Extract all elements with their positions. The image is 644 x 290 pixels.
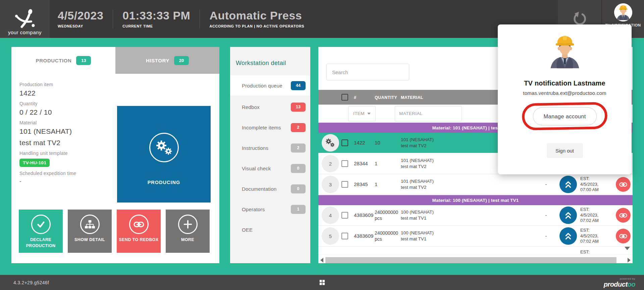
row-est-date: 4/5/2023, xyxy=(580,233,614,239)
scroll-down-arrow[interactable] xyxy=(625,247,630,250)
row-material-name: test mat TV1 xyxy=(401,236,536,242)
row-item-number: 28345 xyxy=(354,181,368,187)
powered-by-text: powered by xyxy=(604,278,635,280)
priority-up-button[interactable] xyxy=(559,227,577,245)
menu-item-oee[interactable]: OEE xyxy=(230,221,310,239)
plus-icon xyxy=(178,215,198,234)
row-checkbox[interactable] xyxy=(341,212,348,219)
row-quantity: 1 xyxy=(375,181,377,187)
row-est-label: EST: xyxy=(580,176,614,182)
account-name: TV notification Lastname xyxy=(524,79,605,87)
item-filter-dropdown[interactable]: ITEM xyxy=(348,106,376,121)
double-chevron-up-icon xyxy=(563,210,573,220)
search-input[interactable] xyxy=(327,69,409,75)
tab-production-count: 13 xyxy=(76,56,91,65)
row-checkbox[interactable] xyxy=(341,160,348,167)
producing-gears-icon xyxy=(149,133,179,162)
row-quantity-unit: pcs xyxy=(375,236,401,242)
tab-production[interactable]: PRODUCTION 13 xyxy=(11,47,115,74)
menu-item-documentation[interactable]: Documentation 0 xyxy=(230,180,310,198)
account-popup: TV notification Lastname tomas.ventruba.… xyxy=(498,24,632,174)
production-card: PRODUCTION 13 HISTORY 20 Production item… xyxy=(11,47,219,263)
grid-layout-icon[interactable] xyxy=(319,280,325,285)
menu-item-production-queue[interactable]: Production queue 44 xyxy=(230,75,310,96)
chevron-down-icon xyxy=(367,113,371,115)
horizontal-scrollbar[interactable] xyxy=(320,257,631,264)
row-item-number: 4383609 xyxy=(354,212,373,218)
row-checkbox[interactable] xyxy=(341,233,348,239)
row-item-number: 28344 xyxy=(354,161,368,166)
row-est-label: EST: xyxy=(580,228,614,233)
scroll-right-arrow[interactable] xyxy=(628,258,631,263)
send-to-redbox-row-button[interactable] xyxy=(616,177,631,192)
workstation-status-label: ACCORDING TO PLAN | NO ACTIVE OPERATORS xyxy=(209,24,304,28)
menu-item-operators[interactable]: Operators 1 xyxy=(230,200,310,218)
queue-row[interactable]: 4 4383609 240000000 pcs 100 (NESAHAT) te… xyxy=(318,205,633,226)
column-quantity: QUANTITY xyxy=(375,95,397,100)
show-detail-button[interactable]: SHOW DETAIL xyxy=(68,210,112,253)
tab-production-label: PRODUCTION xyxy=(36,58,72,63)
workstation-detail-title: Workstation detail xyxy=(230,47,310,67)
header-time: 01:33:33 PM CURRENT TIME xyxy=(113,0,200,38)
row-quantity: 1 xyxy=(375,161,377,166)
hu-template-badge: TV-HU-101 xyxy=(19,159,50,167)
row-est-time: 07:00 AM xyxy=(580,187,614,193)
menu-item-instructions[interactable]: Instructions 2 xyxy=(230,139,310,157)
scroll-left-arrow[interactable] xyxy=(320,258,323,263)
row-material-code: 101 (NESAHAT) xyxy=(401,178,536,184)
avatar xyxy=(614,3,632,21)
queue-row[interactable]: 3 28345 1 101 (NESAHAT) test mat TV2 - E… xyxy=(318,174,633,195)
header-workstation: Automatic Press ACCORDING TO PLAN | NO A… xyxy=(200,0,314,38)
production-tabs: PRODUCTION 13 HISTORY 20 xyxy=(11,47,219,74)
double-chevron-up-icon xyxy=(563,231,573,241)
bottom-bar: 4.3.2+29.g5246f powered by productoo xyxy=(0,275,644,290)
priority-up-button[interactable] xyxy=(559,207,577,224)
more-button[interactable]: MORE xyxy=(166,210,210,253)
material-filter-field xyxy=(395,106,462,121)
send-to-redbox-row-button[interactable] xyxy=(616,208,631,223)
row-scheduled-value: - xyxy=(545,233,547,239)
worker-avatar-icon xyxy=(545,32,585,71)
menu-item-visual-check[interactable]: Visual check 0 xyxy=(230,159,310,177)
row-item-number: 1422 xyxy=(354,140,365,146)
search-field xyxy=(326,64,409,80)
row-quantity: 240000000 xyxy=(375,209,401,215)
sign-out-button[interactable]: Sign out xyxy=(547,143,583,158)
hierarchy-icon xyxy=(80,215,100,234)
send-to-redbox-row-button[interactable] xyxy=(616,229,631,243)
send-to-redbox-button[interactable]: SEND TO REDBOX xyxy=(117,210,161,253)
queue-row-partial: EST: xyxy=(318,247,633,255)
material-filter-input[interactable] xyxy=(395,111,462,116)
queue-row[interactable]: 5 4383609 240000000 pcs 100 (NESAHAT) te… xyxy=(318,226,633,247)
workstation-detail-card: Workstation detail Production queue 44 R… xyxy=(230,47,310,263)
quantity-label: Quantity xyxy=(19,101,219,106)
scrollbar-thumb[interactable] xyxy=(325,257,616,263)
company-logo-text: your company xyxy=(8,30,42,35)
operators-count: 1 xyxy=(291,205,306,214)
productoo-logo: powered by productoo xyxy=(604,278,635,288)
material-group-header: Material: 100 (NESAHAT) | test mat TV1 xyxy=(318,195,633,205)
double-chevron-up-icon xyxy=(563,179,573,189)
production-actions: DECLARE PRODUCTION SHOW DETAIL SEND TO R… xyxy=(11,210,219,253)
header-date: 4/5/2023 WEDNESDAY xyxy=(50,0,113,38)
row-order-number: 2 xyxy=(322,155,339,172)
menu-item-incomplete-items[interactable]: Incomplete items 2 xyxy=(230,118,310,136)
row-est-date: 4/5/2023, xyxy=(580,213,614,218)
priority-up-button[interactable] xyxy=(559,176,577,193)
app-root: your company 4/5/2023 WEDNESDAY 01:33:33… xyxy=(0,0,644,290)
scrollbar-track[interactable] xyxy=(325,257,626,263)
tab-history[interactable]: HISTORY 20 xyxy=(115,47,219,74)
manage-account-button[interactable]: Manage account xyxy=(533,107,597,125)
menu-item-redbox[interactable]: Redbox 13 xyxy=(230,98,310,116)
select-all-checkbox[interactable] xyxy=(341,94,348,101)
link-icon xyxy=(619,181,627,188)
row-checkbox[interactable] xyxy=(341,139,348,146)
row-order-number: 3 xyxy=(322,176,339,193)
declare-production-button[interactable]: DECLARE PRODUCTION xyxy=(19,210,63,253)
row-quantity: 10 xyxy=(375,140,380,146)
production-item-label: Production item xyxy=(19,82,219,87)
documentation-count: 0 xyxy=(291,184,306,193)
production-queue-count: 44 xyxy=(291,81,306,90)
row-checkbox[interactable] xyxy=(341,181,348,188)
row-item-number: 4383609 xyxy=(354,233,373,239)
